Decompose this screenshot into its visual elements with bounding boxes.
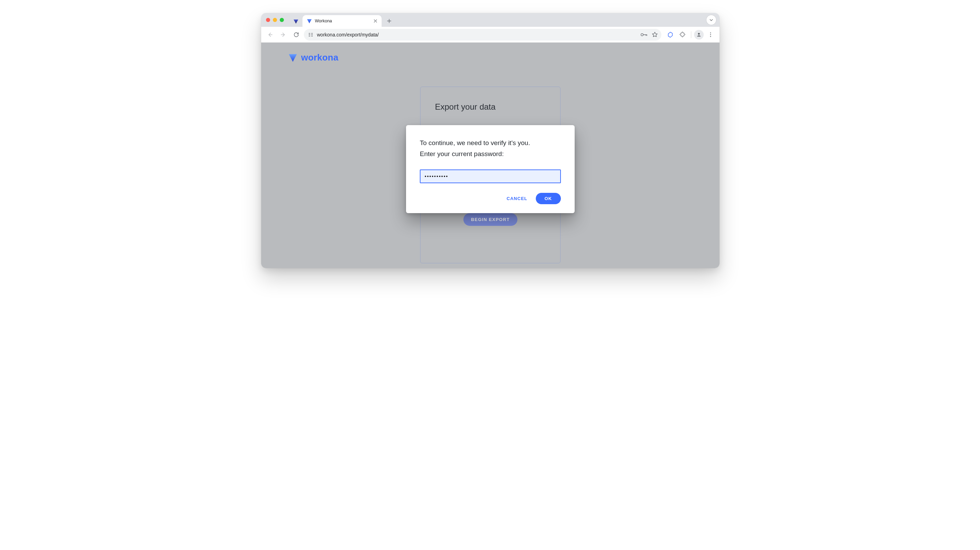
arrow-right-icon [280,32,286,38]
reload-icon [293,32,299,38]
chrome-menu-button[interactable] [705,29,716,40]
brand-header: workona [288,52,338,63]
svg-rect-3 [309,34,310,35]
dialog-message: To continue, we need to verify it's you.… [420,138,561,160]
tab-active[interactable]: Workona [302,15,382,27]
svg-point-10 [710,32,711,33]
svg-point-9 [698,33,700,34]
new-tab-button[interactable] [384,16,394,26]
workona-icon [307,18,312,24]
browser-window: Workona [261,13,719,268]
tab-close-button[interactable] [373,18,378,24]
svg-point-11 [710,34,711,35]
svg-point-8 [641,33,643,36]
window-maximize-button[interactable] [280,18,284,22]
tab-search-button[interactable] [706,15,716,25]
chevron-down-icon [709,18,713,22]
window-minimize-button[interactable] [273,18,277,22]
separator [691,31,691,38]
workona-icon [293,19,299,24]
arrow-left-icon [267,32,273,38]
page-viewport: workona Export your data BEGIN EXPORT To… [261,43,719,268]
begin-export-button[interactable]: BEGIN EXPORT [463,213,517,226]
password-input[interactable] [420,170,561,183]
svg-rect-5 [311,33,313,33]
verify-password-dialog: To continue, we need to verify it's you.… [406,125,575,213]
password-key-icon[interactable] [641,32,648,37]
pinned-tab-workona[interactable] [290,16,302,27]
plus-icon [387,19,391,23]
forward-button[interactable] [278,29,289,40]
puzzle-icon [679,32,686,38]
bookmark-star-icon[interactable] [652,32,658,38]
svg-rect-2 [309,33,310,33]
address-bar[interactable]: workona.com/export/mydata/ [304,29,661,41]
extensions-menu-button[interactable] [677,29,688,40]
window-controls [266,13,290,27]
close-icon [373,19,377,23]
svg-point-12 [710,36,711,37]
svg-marker-13 [289,54,297,62]
hexagon-icon [667,32,673,38]
dialog-message-line1: To continue, we need to verify it's you. [420,139,530,146]
brand-name: workona [301,52,338,63]
svg-marker-1 [307,19,312,23]
card-title: Export your data [435,102,546,112]
reload-button[interactable] [291,29,302,40]
svg-rect-6 [311,34,313,35]
url-text: workona.com/export/mydata/ [317,32,637,38]
cancel-button[interactable]: CANCEL [506,196,527,201]
tab-title: Workona [315,19,370,23]
extension-button[interactable] [665,29,676,40]
svg-rect-7 [311,36,313,36]
toolbar: workona.com/export/mydata/ [261,27,719,43]
window-close-button[interactable] [266,18,270,22]
tab-strip: Workona [261,13,719,27]
svg-rect-4 [309,36,310,36]
svg-marker-0 [294,20,298,24]
ok-button[interactable]: OK [536,193,561,204]
dialog-message-line2: Enter your current password: [420,150,504,157]
site-settings-icon [308,32,313,38]
back-button[interactable] [265,29,275,40]
workona-logo-icon [288,53,298,63]
person-icon [696,32,702,38]
profile-button[interactable] [694,30,704,40]
kebab-icon [708,32,714,38]
